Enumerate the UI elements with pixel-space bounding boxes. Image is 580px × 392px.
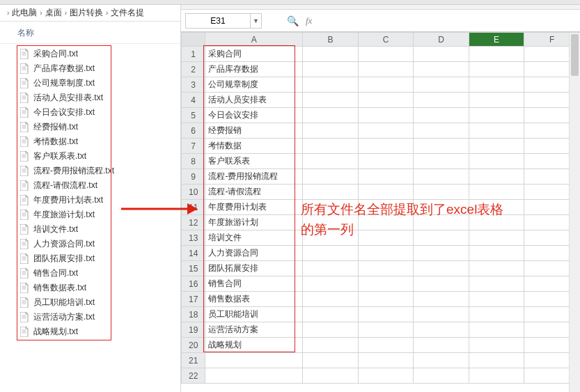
cell[interactable] — [303, 108, 359, 123]
cell[interactable] — [303, 322, 359, 338]
cell[interactable] — [303, 77, 359, 93]
cell[interactable] — [469, 169, 524, 185]
row-header[interactable]: 12 — [182, 215, 205, 230]
cell[interactable] — [469, 292, 524, 307]
cell[interactable] — [358, 62, 414, 77]
cell[interactable] — [414, 47, 469, 62]
column-header[interactable]: A — [205, 33, 303, 47]
cell[interactable] — [414, 185, 469, 200]
cell[interactable] — [303, 62, 359, 77]
column-header-name[interactable]: 名称 — [0, 22, 180, 44]
cell[interactable] — [469, 230, 524, 246]
row-header[interactable]: 22 — [182, 368, 205, 384]
column-header[interactable]: B — [303, 33, 359, 47]
cell[interactable] — [205, 353, 303, 368]
cell[interactable] — [414, 169, 469, 185]
cell[interactable] — [414, 230, 469, 246]
cell[interactable]: 员工职能培训 — [205, 307, 303, 322]
row-header[interactable]: 1 — [182, 47, 205, 62]
cell[interactable]: 公司规章制度 — [205, 77, 303, 93]
row-header[interactable]: 8 — [182, 154, 205, 169]
file-item[interactable]: 运营活动方案.txt — [6, 310, 180, 324]
row-header[interactable]: 6 — [182, 123, 205, 139]
cell[interactable]: 经费报销 — [205, 123, 303, 139]
cell[interactable]: 今日会议安排 — [205, 108, 303, 123]
cell[interactable] — [414, 338, 469, 353]
cell[interactable]: 人力资源合同 — [205, 246, 303, 261]
file-item[interactable]: 今日会议安排.txt — [6, 105, 180, 120]
cell[interactable] — [303, 276, 359, 292]
cell[interactable] — [414, 93, 469, 108]
cell[interactable] — [414, 77, 469, 93]
cell[interactable]: 销售数据表 — [205, 292, 303, 307]
column-header[interactable]: D — [414, 33, 469, 47]
cell[interactable] — [414, 123, 469, 139]
cell[interactable] — [358, 93, 414, 108]
cell[interactable] — [414, 307, 469, 322]
cell[interactable] — [414, 215, 469, 230]
cell[interactable] — [469, 276, 524, 292]
file-item[interactable]: 年度费用计划表.txt — [6, 193, 180, 207]
row-header[interactable]: 3 — [182, 77, 205, 93]
breadcrumb-item[interactable]: 桌面 — [45, 7, 62, 19]
file-item[interactable]: 公司规章制度.txt — [6, 76, 180, 91]
breadcrumb-item[interactable]: 图片转换 — [70, 7, 103, 19]
file-item[interactable]: 销售合同.txt — [6, 266, 180, 281]
cell[interactable] — [303, 230, 359, 246]
cell[interactable] — [303, 246, 359, 261]
row-header[interactable]: 4 — [182, 93, 205, 108]
file-item[interactable]: 产品库存数据.txt — [6, 61, 180, 76]
cell[interactable] — [358, 322, 414, 338]
cell[interactable] — [303, 368, 359, 384]
cell[interactable] — [469, 307, 524, 322]
column-header[interactable]: C — [358, 33, 414, 47]
cell[interactable] — [469, 93, 524, 108]
cell[interactable] — [358, 200, 414, 215]
cell[interactable] — [303, 154, 359, 169]
cell[interactable] — [205, 368, 303, 384]
cell[interactable] — [303, 93, 359, 108]
cell[interactable] — [414, 246, 469, 261]
name-box[interactable] — [186, 14, 250, 28]
cell[interactable] — [303, 307, 359, 322]
cell[interactable]: 流程-请假流程 — [205, 185, 303, 200]
cell[interactable]: 培训文件 — [205, 230, 303, 246]
cell[interactable]: 年度费用计划表 — [205, 200, 303, 215]
cell[interactable] — [469, 154, 524, 169]
cell[interactable] — [358, 368, 414, 384]
cell[interactable] — [414, 139, 469, 154]
file-item[interactable]: 团队拓展安排.txt — [6, 251, 180, 266]
file-item[interactable]: 培训文件.txt — [6, 222, 180, 237]
cell[interactable] — [303, 169, 359, 185]
row-header[interactable]: 15 — [182, 261, 205, 276]
cell[interactable] — [358, 276, 414, 292]
cell[interactable] — [414, 368, 469, 384]
cell[interactable] — [358, 139, 414, 154]
row-header[interactable]: 7 — [182, 139, 205, 154]
file-item[interactable]: 活动人员安排表.txt — [6, 91, 180, 105]
cell[interactable] — [414, 261, 469, 276]
cell[interactable] — [469, 185, 524, 200]
row-header[interactable]: 11 — [182, 200, 205, 215]
file-item[interactable]: 流程-费用报销流程.txt — [6, 164, 180, 178]
cell[interactable] — [358, 154, 414, 169]
cell[interactable] — [469, 139, 524, 154]
cell[interactable] — [469, 246, 524, 261]
row-header[interactable]: 14 — [182, 246, 205, 261]
cell[interactable] — [358, 261, 414, 276]
row-header[interactable]: 2 — [182, 62, 205, 77]
select-all-corner[interactable] — [182, 33, 205, 47]
file-item[interactable]: 考情数据.txt — [6, 134, 180, 149]
cell[interactable] — [414, 62, 469, 77]
cell[interactable] — [414, 322, 469, 338]
file-item[interactable]: 客户联系表.txt — [6, 149, 180, 164]
cell[interactable] — [414, 154, 469, 169]
spreadsheet-grid[interactable]: ABCDEF 1采购合同2产品库存数据3公司规章制度4活动人员安排表5今日会议安… — [181, 32, 580, 384]
cell[interactable]: 流程-费用报销流程 — [205, 169, 303, 185]
row-header[interactable]: 19 — [182, 322, 205, 338]
cell[interactable] — [469, 62, 524, 77]
name-box-dropdown[interactable]: ▼ — [250, 14, 261, 28]
cell[interactable] — [469, 338, 524, 353]
cell[interactable]: 运营活动方案 — [205, 322, 303, 338]
row-header[interactable]: 21 — [182, 353, 205, 368]
